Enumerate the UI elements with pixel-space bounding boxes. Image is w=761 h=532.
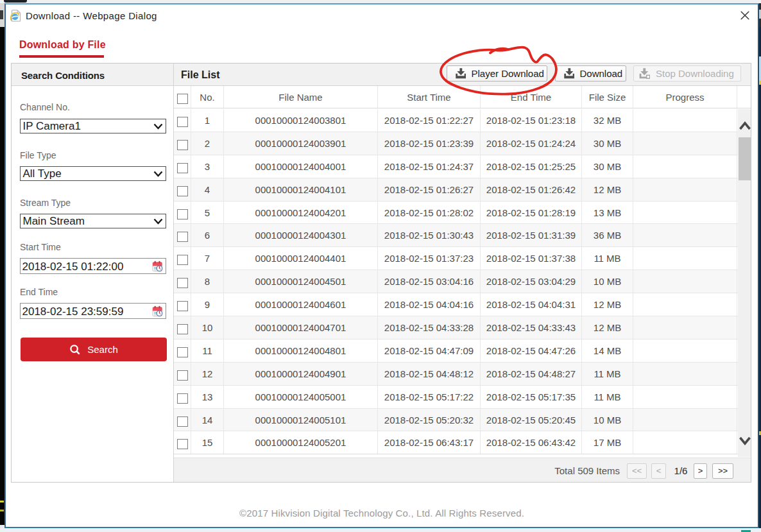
stream-type-value: Main Stream: [23, 215, 85, 228]
row-checkbox[interactable]: [177, 393, 188, 404]
row-checkbox[interactable]: [177, 140, 188, 150]
scrollbar-up-icon[interactable]: [739, 121, 751, 132]
list-footer: Total 509 Items << < 1/6 > >>: [174, 458, 751, 482]
close-icon[interactable]: [739, 10, 751, 21]
calendar-icon[interactable]: [152, 305, 163, 317]
row-checkbox-cell: [174, 339, 191, 362]
scrollbar-down-icon[interactable]: [739, 435, 751, 446]
row-end-time: 2018-02-15 01:31:39: [481, 224, 582, 246]
table-row: 11000100001240048012018-02-15 04:47:0920…: [174, 339, 751, 363]
player-download-button[interactable]: Player Download: [447, 65, 547, 82]
row-file-name: 00010000124005101: [224, 409, 378, 431]
row-no: 3: [191, 155, 224, 178]
row-file-name: 00010000124005201: [224, 431, 378, 454]
row-end-time: 2018-02-15 06:43:42: [481, 431, 582, 454]
row-start-time: 2018-02-15 01:28:02: [378, 202, 481, 224]
row-checkbox[interactable]: [177, 301, 188, 311]
row-file-size: 11 MB: [582, 247, 633, 270]
page-indicator: 1/6: [667, 463, 694, 479]
stream-type-select[interactable]: Main Stream: [20, 214, 166, 228]
table-row: 7000100001240044012018-02-15 01:37:23201…: [174, 247, 751, 270]
row-file-name: 00010000124004801: [224, 339, 378, 362]
row-checkbox[interactable]: [177, 278, 188, 288]
row-start-time: 2018-02-15 04:04:16: [378, 293, 481, 316]
row-no: 1: [191, 109, 224, 132]
row-progress: [633, 109, 737, 132]
webpage-dialog: Download -- Webpage Dialog Download by F…: [4, 3, 759, 528]
row-checkbox[interactable]: [177, 117, 188, 127]
start-time-input[interactable]: 2018-02-15 01:22:00: [20, 258, 166, 274]
row-end-time: 2018-02-15 01:28:19: [481, 202, 582, 224]
row-checkbox[interactable]: [177, 347, 188, 357]
row-no: 2: [191, 132, 224, 155]
row-checkbox[interactable]: [177, 324, 188, 334]
row-start-time: 2018-02-15 05:20:32: [378, 409, 481, 431]
next-page-label: >: [694, 464, 706, 478]
row-file-name: 00010000124004201: [224, 202, 378, 224]
row-file-size: 30 MB: [582, 155, 633, 178]
row-file-size: 11 MB: [582, 363, 633, 385]
tab-download-by-file[interactable]: Download by File: [19, 39, 106, 51]
row-file-name: 00010000124004901: [224, 363, 378, 385]
row-file-size: 14 MB: [582, 339, 633, 362]
stop-downloading-button[interactable]: Stop Downloading: [633, 65, 741, 82]
file-type-select[interactable]: All Type: [20, 166, 166, 181]
row-end-time: 2018-02-15 01:23:18: [481, 109, 582, 132]
row-progress: [633, 270, 737, 293]
last-page-button[interactable]: >>: [712, 463, 733, 479]
table-row: 15000100001240052012018-02-15 06:43:1720…: [174, 431, 751, 454]
column-header-end-time: End Time: [481, 86, 582, 108]
row-checkbox-cell: [174, 202, 191, 224]
row-file-size: 12 MB: [582, 178, 633, 201]
start-time-value: 2018-02-15 01:22:00: [22, 261, 124, 273]
row-checkbox-cell: [174, 409, 191, 431]
table-header-row: No. File Name Start Time End Time File S…: [174, 86, 751, 108]
first-page-button[interactable]: <<: [627, 463, 647, 479]
table-row: 6000100001240043012018-02-15 01:30:43201…: [174, 224, 751, 247]
row-checkbox[interactable]: [177, 255, 188, 265]
previous-page-button[interactable]: <: [651, 463, 666, 479]
row-progress: [633, 178, 737, 201]
row-checkbox-cell: [174, 293, 191, 316]
row-end-time: 2018-02-15 04:33:43: [481, 316, 582, 339]
row-progress: [633, 132, 737, 155]
row-checkbox[interactable]: [177, 232, 188, 242]
row-checkbox-cell: [174, 316, 191, 339]
select-all-checkbox[interactable]: [177, 94, 188, 104]
row-file-size: 32 MB: [582, 109, 633, 132]
scrollbar-thumb[interactable]: [739, 137, 751, 180]
row-checkbox[interactable]: [177, 163, 188, 173]
row-no: 7: [191, 247, 224, 270]
chevron-down-icon: [153, 171, 163, 178]
file-type-value: All Type: [23, 167, 62, 180]
end-time-input[interactable]: 2018-02-15 23:59:59: [20, 303, 166, 319]
select-all-cell: [174, 86, 191, 108]
search-button[interactable]: Search: [21, 338, 167, 361]
row-start-time: 2018-02-15 04:33:28: [378, 316, 481, 339]
row-file-size: 13 MB: [582, 202, 633, 224]
end-time-value: 2018-02-15 23:59:59: [22, 305, 124, 318]
first-page-label: <<: [628, 464, 646, 478]
row-checkbox[interactable]: [177, 370, 188, 381]
row-checkbox-cell: [174, 247, 191, 270]
row-checkbox[interactable]: [177, 416, 188, 427]
player-download-label: Player Download: [472, 68, 544, 79]
table-row: 9000100001240046012018-02-15 04:04:16201…: [174, 293, 751, 316]
background-left-dark: [0, 27, 4, 525]
row-start-time: 2018-02-15 01:37:23: [378, 247, 481, 270]
table-row: 5000100001240042012018-02-15 01:28:02201…: [174, 202, 751, 225]
next-page-button[interactable]: >: [694, 463, 707, 479]
channel-no-select[interactable]: IP Camera1: [20, 119, 166, 133]
row-no: 9: [191, 293, 224, 316]
row-start-time: 2018-02-15 03:04:16: [378, 270, 481, 293]
row-checkbox[interactable]: [177, 186, 188, 196]
download-button[interactable]: Download: [555, 65, 626, 82]
row-no: 12: [191, 363, 224, 385]
row-file-size: 36 MB: [582, 224, 633, 246]
table-row: 14000100001240051012018-02-15 05:20:3220…: [174, 409, 751, 432]
row-checkbox[interactable]: [177, 439, 188, 449]
calendar-icon[interactable]: [152, 261, 163, 272]
row-no: 4: [191, 178, 224, 201]
dialog-title: Download -- Webpage Dialog: [26, 10, 157, 22]
row-checkbox[interactable]: [177, 209, 188, 219]
